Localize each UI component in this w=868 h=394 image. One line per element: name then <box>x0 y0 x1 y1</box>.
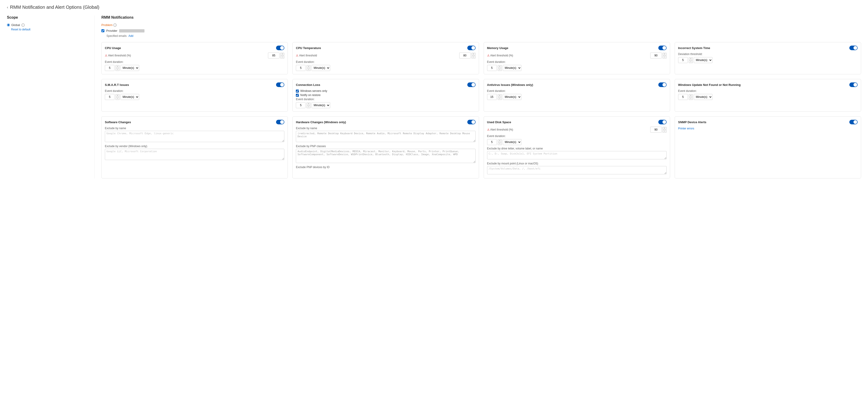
deviation-stepper[interactable]: + − <box>689 57 693 63</box>
memory-usage-toggle[interactable] <box>658 45 666 50</box>
windows-update-duration-up[interactable]: + <box>689 94 693 97</box>
smart-title: S.M.A.R.T Issues <box>105 83 129 87</box>
windows-servers-only-checkbox[interactable] <box>296 90 299 93</box>
memory-threshold-down[interactable]: − <box>662 56 666 59</box>
antivirus-duration-unit[interactable]: Minute(s) <box>503 94 522 100</box>
windows-servers-only-label: Windows servers only <box>300 89 327 93</box>
cpu-threshold-down[interactable]: − <box>280 56 284 59</box>
disk-threshold-input[interactable] <box>650 127 662 133</box>
deviation-unit[interactable]: Minute(s) <box>694 57 712 63</box>
disk-space-toggle[interactable] <box>658 120 666 124</box>
cpu-duration-unit[interactable]: Minute(s) <box>121 65 139 71</box>
memory-usage-card: Memory Usage ⚠ Alert threshold (%) + − <box>484 42 670 74</box>
memory-duration-up[interactable]: + <box>498 65 502 68</box>
rmm-heading: RMM Notifications <box>101 15 861 20</box>
printer-errors-link[interactable]: Printer errors <box>678 127 694 130</box>
disk-exclude-drive-input[interactable] <box>487 151 666 159</box>
cpu-temp-threshold-label: ⚠ Alert threshold <box>296 54 459 57</box>
smart-duration-input[interactable] <box>105 94 115 100</box>
connection-duration-stepper[interactable]: + − <box>306 102 311 108</box>
cpu-temp-toggle[interactable] <box>467 45 475 50</box>
windows-update-duration-down[interactable]: − <box>689 97 693 100</box>
cpu-temp-duration-down[interactable]: − <box>306 68 311 71</box>
problem-info-icon[interactable]: i <box>113 24 117 27</box>
memory-duration-stepper[interactable]: + − <box>498 65 502 71</box>
disk-exclude-mount-input[interactable] <box>487 166 666 174</box>
cpu-threshold-stepper[interactable]: + − <box>280 53 284 59</box>
system-time-toggle[interactable] <box>849 45 858 50</box>
cpu-usage-toggle[interactable] <box>276 45 284 50</box>
memory-threshold-input[interactable] <box>650 53 662 59</box>
windows-update-toggle[interactable] <box>849 83 858 87</box>
cpu-temp-up[interactable]: + <box>471 53 475 56</box>
cpu-temp-duration-stepper[interactable]: + − <box>306 65 311 71</box>
deviation-up[interactable]: + <box>689 57 693 60</box>
software-exclude-vendor-input[interactable] <box>105 149 284 160</box>
windows-update-duration-stepper[interactable]: + − <box>689 94 693 100</box>
cpu-duration-up[interactable]: + <box>116 65 120 68</box>
smart-duration-unit[interactable]: Minute(s) <box>121 94 139 100</box>
memory-duration-input[interactable] <box>487 65 497 71</box>
antivirus-duration-up[interactable]: + <box>498 94 502 97</box>
hardware-exclude-name-input[interactable]: (redirected, Remote Desktop Keyboard Dev… <box>296 131 475 142</box>
provider-checkbox[interactable] <box>101 29 104 32</box>
cpu-temp-duration-unit[interactable]: Minute(s) <box>312 65 330 71</box>
connection-duration-down[interactable]: − <box>306 105 311 108</box>
smart-duration-stepper[interactable]: + − <box>116 94 120 100</box>
memory-threshold-up[interactable]: + <box>662 53 666 56</box>
reset-to-default-link[interactable]: Reset to default <box>11 28 30 31</box>
antivirus-duration-input[interactable] <box>487 94 497 100</box>
antivirus-duration-down[interactable]: − <box>498 97 502 100</box>
connection-duration-up[interactable]: + <box>306 102 311 105</box>
deviation-input[interactable] <box>678 57 688 63</box>
memory-error-icon: ⚠ <box>487 54 490 57</box>
software-changes-toggle[interactable] <box>276 120 284 124</box>
smart-duration-up[interactable]: + <box>116 94 120 97</box>
disk-threshold-down[interactable]: − <box>662 130 666 133</box>
cpu-temp-down[interactable]: − <box>471 56 475 59</box>
memory-duration-unit[interactable]: Minute(s) <box>503 65 522 71</box>
smart-toggle[interactable] <box>276 83 284 87</box>
cpu-temp-duration-up[interactable]: + <box>306 65 311 68</box>
cpu-temp-duration-input[interactable] <box>296 65 306 71</box>
disk-duration-unit[interactable]: Minute(s) <box>503 139 522 145</box>
cpu-threshold-input[interactable] <box>268 53 279 59</box>
antivirus-duration-stepper[interactable]: + − <box>498 94 502 100</box>
memory-duration-down[interactable]: − <box>498 68 502 71</box>
connection-loss-toggle[interactable] <box>467 83 475 87</box>
global-radio[interactable] <box>7 24 10 27</box>
software-exclude-name-input[interactable] <box>105 131 284 142</box>
cpu-duration-input[interactable] <box>105 65 115 71</box>
memory-threshold-stepper[interactable]: + − <box>662 53 666 59</box>
disk-duration-down[interactable]: − <box>498 142 502 145</box>
deviation-down[interactable]: − <box>689 60 693 63</box>
disk-duration-stepper[interactable]: + − <box>498 139 502 145</box>
connection-duration-unit[interactable]: Minute(s) <box>312 102 330 108</box>
snmp-title: SNMP Device Alerts <box>678 121 707 124</box>
disk-threshold-up[interactable]: + <box>662 127 666 130</box>
cpu-usage-card: CPU Usage ⚠ Alert threshold (%) + − <box>101 42 288 74</box>
windows-update-duration-unit[interactable]: Minute(s) <box>694 94 712 100</box>
cpu-temp-title: CPU Temperature <box>296 46 321 50</box>
hardware-exclude-pnp-input[interactable]: AudioEndpoint, DigitalMediaDevices, MEDI… <box>296 149 475 163</box>
global-info-icon[interactable]: i <box>22 24 25 27</box>
cpu-temp-stepper[interactable]: + − <box>471 53 475 59</box>
cpu-threshold-label: ⚠ Alert threshold (%) <box>105 54 268 57</box>
antivirus-toggle[interactable] <box>658 83 666 87</box>
add-email-link[interactable]: Add <box>128 34 133 37</box>
disk-duration-up[interactable]: + <box>498 139 502 142</box>
disk-duration-input[interactable] <box>487 139 497 145</box>
back-button[interactable]: ‹ <box>7 5 8 9</box>
snmp-toggle[interactable] <box>849 120 858 124</box>
hardware-changes-toggle[interactable] <box>467 120 475 124</box>
windows-update-duration-input[interactable] <box>678 94 688 100</box>
deviation-label: Deviation threshold: <box>678 53 858 56</box>
cpu-duration-stepper[interactable]: + − <box>116 65 120 71</box>
notify-on-restore-checkbox[interactable] <box>296 94 299 97</box>
connection-duration-input[interactable] <box>296 102 306 108</box>
cpu-temp-threshold-input[interactable] <box>459 53 471 59</box>
cpu-duration-down[interactable]: − <box>116 68 120 71</box>
cpu-threshold-up[interactable]: + <box>280 53 284 56</box>
disk-threshold-stepper[interactable]: + − <box>662 127 666 133</box>
smart-duration-down[interactable]: − <box>116 97 120 100</box>
